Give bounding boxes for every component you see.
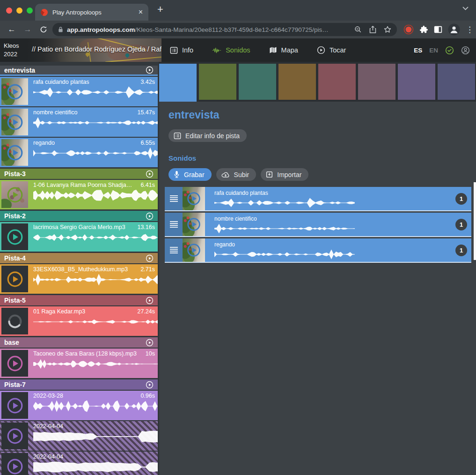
nav-item-info[interactable]: Info	[170, 46, 193, 54]
sound-thumbnail[interactable]	[183, 238, 205, 262]
play-button-icon[interactable]	[7, 186, 23, 203]
play-button-icon[interactable]	[187, 217, 201, 231]
track-play-icon[interactable]	[146, 297, 154, 304]
play-button-icon[interactable]	[7, 271, 23, 288]
audio-clip[interactable]: 1-06 Lavanya Rama Poorna Shadjam Rupak… …	[0, 180, 158, 209]
tab-close-icon[interactable]: ×	[139, 8, 143, 16]
track-color-square[interactable]	[358, 64, 395, 100]
tab-search-chevron-icon[interactable]	[462, 7, 469, 10]
clip-thumbnail[interactable]	[1, 392, 28, 419]
sound-row[interactable]: regando 1	[165, 238, 471, 263]
track-color-square[interactable]	[278, 64, 316, 100]
forward-icon[interactable]: →	[20, 25, 36, 34]
track-play-icon[interactable]	[146, 170, 154, 178]
sound-list-scrollbar[interactable]	[474, 182, 476, 260]
close-window-icon[interactable]	[6, 7, 12, 14]
clip-thumbnail[interactable]	[1, 423, 28, 449]
record-button[interactable]: Grabar	[168, 168, 212, 181]
play-button-icon[interactable]	[187, 192, 201, 206]
address-bar[interactable]: app.antropoloops.com/Kleos-Santa-Marina/…	[52, 23, 397, 36]
lang-es[interactable]: ES	[414, 47, 422, 54]
play-button-icon[interactable]	[7, 229, 23, 245]
reload-icon[interactable]	[36, 26, 51, 33]
zoom-icon[interactable]	[354, 26, 362, 33]
browser-tab[interactable]: Play Antropoloops ×	[35, 4, 148, 21]
new-tab-button[interactable]: +	[157, 3, 163, 15]
audio-clip[interactable]: 2022-04-04	[0, 421, 158, 451]
track-color-square[interactable]	[159, 64, 197, 102]
sound-row[interactable]: rafa cuidando plantas 1	[165, 187, 471, 211]
track-header[interactable]: Pista-5	[0, 295, 158, 305]
play-button-icon[interactable]	[7, 458, 23, 475]
track-header[interactable]: Pista-3	[0, 169, 158, 179]
audio-clip[interactable]: 01 Raga Kedar.mp3 27.24s	[0, 306, 158, 336]
side-panel-icon[interactable]	[434, 26, 442, 33]
profile-avatar[interactable]	[448, 23, 460, 36]
lang-en[interactable]: EN	[429, 47, 438, 54]
nav-item-sonidos[interactable]: Sonidos	[212, 46, 250, 54]
nav-item-tocar[interactable]: Tocar	[317, 46, 346, 54]
track-header[interactable]: Pista-4	[0, 253, 158, 263]
account-icon[interactable]	[461, 46, 470, 55]
record-extension-icon[interactable]	[403, 24, 414, 35]
track-header[interactable]: Pista-2	[0, 211, 158, 221]
audio-clip[interactable]: rafa cuidando plantas 3.42s	[0, 77, 158, 106]
track-play-icon[interactable]	[146, 381, 154, 389]
audio-clip[interactable]: 33ESX6038_B5_Muthedukkum.mp3 2.71s	[0, 264, 158, 294]
audio-clip[interactable]: 2022-04-04	[0, 452, 158, 475]
share-icon[interactable]	[369, 26, 376, 34]
sound-thumbnail[interactable]	[183, 187, 205, 210]
track-play-icon[interactable]	[146, 212, 154, 220]
track-header[interactable]: base	[0, 337, 158, 348]
track-header[interactable]: Pista-7	[0, 379, 158, 390]
sound-thumbnail[interactable]	[183, 213, 205, 236]
track-play-icon[interactable]	[146, 254, 154, 262]
upload-button[interactable]: Subir	[216, 168, 256, 181]
browser-menu-icon[interactable]: ⋮	[466, 25, 474, 35]
drag-handle[interactable]	[165, 238, 183, 262]
clip-thumbnail[interactable]	[1, 139, 28, 166]
track-color-square[interactable]	[318, 64, 356, 100]
extensions-puzzle-icon[interactable]	[419, 25, 428, 34]
audio-clip[interactable]: lacrimosa Sergio García Merlo.mp3 13.16s	[0, 222, 158, 252]
audio-clip[interactable]: Taconeo de Sara Baras (128 kbps).mp3 10s	[0, 349, 158, 378]
play-button-icon[interactable]	[187, 243, 201, 257]
clip-thumbnail[interactable]	[1, 350, 28, 377]
play-button-icon[interactable]	[7, 428, 23, 445]
maximize-window-icon[interactable]	[27, 7, 33, 14]
import-button[interactable]: Importar	[261, 168, 308, 181]
track-color-square[interactable]	[398, 64, 435, 100]
clip-thumbnail[interactable]	[1, 308, 28, 334]
clip-thumbnail[interactable]	[1, 223, 28, 250]
drag-handle[interactable]	[165, 213, 183, 236]
edit-track-info-button[interactable]: Editar info de pista	[168, 129, 247, 142]
track-play-icon[interactable]	[146, 66, 154, 74]
track-header[interactable]: entrevista	[0, 66, 158, 76]
track-color-square[interactable]	[239, 64, 276, 100]
play-button-icon[interactable]	[7, 144, 23, 161]
location-banner[interactable]: Kleos 2022 // Patio en Bordador Rodrígue…	[0, 38, 161, 62]
audio-clip[interactable]: nombre cientifico 15.47s	[0, 107, 158, 137]
clip-thumbnail[interactable]	[1, 181, 28, 208]
clip-thumbnail[interactable]	[1, 78, 28, 105]
brand-logo[interactable]: Kleos 2022	[4, 42, 19, 59]
sync-check-icon[interactable]	[445, 46, 454, 55]
track-color-square[interactable]	[438, 64, 475, 100]
clip-thumbnail[interactable]	[1, 109, 28, 135]
sound-row[interactable]: nombre cientifico 1	[165, 213, 471, 237]
play-button-icon[interactable]	[7, 83, 23, 100]
back-icon[interactable]: ←	[4, 25, 20, 34]
bookmark-star-icon[interactable]	[384, 26, 391, 33]
play-button-icon[interactable]	[7, 114, 23, 131]
track-play-icon[interactable]	[146, 339, 154, 347]
minimize-window-icon[interactable]	[16, 7, 22, 14]
track-color-square[interactable]	[199, 64, 236, 100]
play-button-icon[interactable]	[7, 397, 23, 414]
nav-item-mapa[interactable]: Mapa	[269, 46, 298, 54]
clip-thumbnail[interactable]	[1, 266, 28, 292]
audio-clip[interactable]: 2022-03-28 0.96s	[0, 391, 158, 420]
play-button-icon[interactable]	[7, 355, 23, 372]
clip-thumbnail[interactable]	[1, 453, 28, 475]
drag-handle[interactable]	[165, 187, 183, 210]
audio-clip[interactable]: regando 6.55s	[0, 138, 158, 167]
